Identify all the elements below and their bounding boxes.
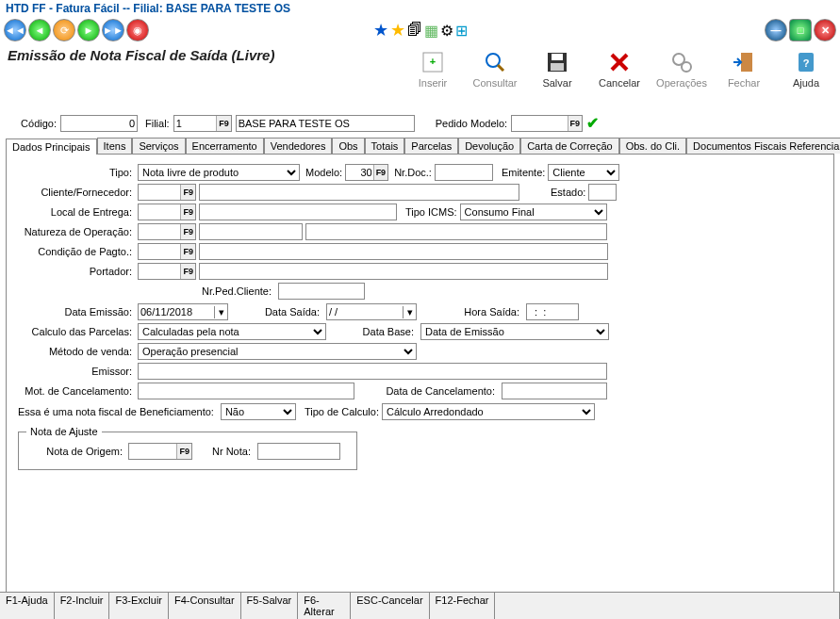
calculo-parcelas-select[interactable]: Calculadas pela nota [138,323,326,340]
f9-icon[interactable]: F9 [180,244,195,259]
f9-icon[interactable]: F9 [176,444,191,459]
tab-vendedores[interactable]: Vendedores [264,138,333,154]
data-emissao-input[interactable]: 06/11/2018▾ [138,303,228,320]
beneficiamento-select[interactable]: Não [221,403,296,420]
nav-refresh-icon[interactable]: ⟳ [53,19,75,41]
tab-obs[interactable]: Obs [332,138,364,154]
nr-ped-cliente-input[interactable] [278,283,365,300]
emitente-select[interactable]: Cliente [548,164,619,181]
tipo-icms-select[interactable]: Consumo Final [460,204,607,220]
gear-icon[interactable]: ⚙ [440,22,453,40]
modelo-input[interactable]: 30F9 [345,164,388,181]
nav-prev-icon[interactable]: ◄ [28,19,51,41]
f9-icon[interactable]: F9 [180,264,195,279]
status-f2[interactable]: F2-Incluir [55,593,110,619]
tab-carta-correcao[interactable]: Carta de Correção [520,138,619,154]
nr-nota-input[interactable] [257,443,340,460]
nrdoc-input[interactable] [435,164,493,181]
status-f5[interactable]: F5-Salvar [241,593,299,619]
f9-icon[interactable]: F9 [180,224,195,239]
grid-icon[interactable]: ▦ [424,22,438,40]
doc-icon[interactable]: 🗐 [407,22,422,39]
condicao-pagto-input[interactable]: F9 [138,243,196,260]
data-saida-input[interactable]: / /▾ [326,303,417,320]
codigo-input[interactable]: 0 [60,115,138,132]
beneficiamento-label: Essa é uma nota fiscal de Beneficiamento… [12,406,214,417]
fechar-button[interactable]: Fechar [721,49,766,89]
nav-last-icon[interactable]: ►► [102,19,124,41]
estado-input[interactable] [588,184,617,201]
star-yellow-icon[interactable]: ★ [390,20,405,41]
org-icon[interactable]: ⊞ [455,22,468,40]
status-f6[interactable]: F6-Alterar [298,593,351,619]
emissor-label: Emissor: [12,366,135,377]
nota-origem-input[interactable]: F9 [128,443,192,460]
chevron-down-icon[interactable]: ▾ [214,306,227,318]
tab-servicos[interactable]: Serviços [132,138,185,154]
pedido-modelo-input[interactable]: F9 [511,115,583,132]
svg-rect-6 [551,63,564,71]
tab-dados-principais[interactable]: Dados Principais [6,138,97,155]
portador-input[interactable]: F9 [138,263,196,280]
local-entrega-desc[interactable] [199,204,397,220]
salvar-button[interactable]: Salvar [535,49,580,89]
data-base-select[interactable]: Data de Emissão [420,323,609,340]
tab-totais[interactable]: Totais [365,138,405,154]
svg-rect-11 [741,53,752,72]
consultar-button[interactable]: Consultar [472,49,518,89]
f9-icon[interactable]: F9 [180,204,195,220]
portador-desc[interactable] [199,263,608,280]
natureza-desc1[interactable] [199,223,303,240]
status-f12[interactable]: F12-Fechar [430,593,496,619]
status-f1[interactable]: F1-Ajuda [0,593,55,619]
condicao-pagto-desc[interactable] [199,243,608,260]
tab-doc-fiscais[interactable]: Documentos Fiscais Referencia [686,138,840,154]
tab-devolucao[interactable]: Devolução [458,138,520,154]
natureza-desc2[interactable] [305,223,607,240]
nav-first-icon[interactable]: ◄◄ [4,19,26,41]
window-title: HTD FF - Fatura Fácil -- Filial: BASE PA… [0,0,840,17]
hora-saida-input[interactable] [526,303,579,320]
mot-cancelamento-input[interactable] [138,383,354,399]
f9-icon[interactable]: F9 [373,165,388,180]
chevron-down-icon[interactable]: ▾ [403,306,416,318]
f9-icon[interactable]: F9 [568,116,583,131]
svg-point-2 [486,54,500,67]
door-icon [731,49,757,75]
tipo-calculo-select[interactable]: Cálculo Arredondado [382,403,595,420]
cliente-desc[interactable] [199,184,519,201]
inserir-button[interactable]: +Inserir [410,49,455,89]
checkmark-icon[interactable]: ✔ [586,114,599,132]
tipo-icms-label: Tipo ICMS: [405,206,457,218]
status-esc[interactable]: ESC-Cancelar [351,593,429,619]
tab-obs-cli[interactable]: Obs. do Cli. [619,138,686,154]
emissor-input[interactable] [138,363,607,380]
status-f3[interactable]: F3-Excluir [109,593,169,619]
svg-line-3 [498,65,503,71]
tab-parcelas[interactable]: Parcelas [404,138,458,154]
tab-encerramento[interactable]: Encerramento [186,138,264,154]
nav-target-icon[interactable]: ◉ [126,19,149,41]
f9-icon[interactable]: F9 [216,116,231,131]
nav-next-icon[interactable]: ► [77,19,100,41]
f9-icon[interactable]: F9 [180,185,195,200]
cancelar-button[interactable]: Cancelar [597,49,642,89]
natureza-input[interactable]: F9 [138,223,196,240]
tab-itens[interactable]: Itens [97,138,133,154]
minimize-icon[interactable]: — [765,19,787,41]
star-blue-icon[interactable]: ★ [373,20,388,41]
nota-ajuste-fieldset: Nota de Ajuste Nota de Origem: F9 Nr Not… [18,426,357,470]
tipo-calculo-label: Tipo de Calculo: [305,406,379,417]
tipo-select[interactable]: Nota livre de produto [138,164,300,181]
status-f4[interactable]: F4-Consultar [169,593,241,619]
metodo-venda-select[interactable]: Operação presencial [138,343,417,360]
cliente-input[interactable]: F9 [138,184,196,201]
local-entrega-input[interactable]: F9 [138,204,196,220]
maximize-icon[interactable]: □ [789,19,812,41]
nota-origem-label: Nota de Origem: [26,446,125,457]
operacoes-button[interactable]: Operações [659,49,704,89]
ajuda-button[interactable]: ?Ajuda [783,49,829,89]
filial-input[interactable]: 1F9 [173,115,232,132]
data-cancelamento-input[interactable] [502,383,607,399]
close-icon[interactable]: ✕ [814,19,836,41]
